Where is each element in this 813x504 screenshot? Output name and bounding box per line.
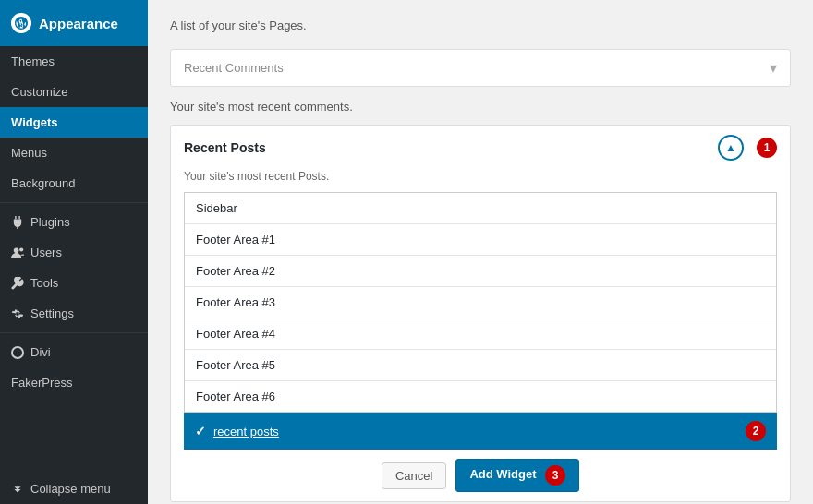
divi-icon	[11, 346, 24, 359]
plug-icon	[11, 216, 24, 229]
list-item-footer6[interactable]: Footer Area #6	[185, 381, 776, 412]
recent-posts-description: Your site's most recent Posts.	[171, 170, 790, 192]
area-dropdown-list: Sidebar Footer Area #1 Footer Area #2 Fo…	[184, 192, 777, 413]
pages-description: A list of your site's Pages.	[170, 18, 791, 32]
sidebar-item-users[interactable]: Users	[0, 237, 148, 268]
svg-rect-2	[17, 226, 18, 228]
themes-label: Themes	[11, 54, 55, 68]
menus-label: Menus	[11, 146, 47, 160]
list-item-footer5[interactable]: Footer Area #5	[185, 350, 776, 381]
fakerpress-label: FakerPress	[11, 376, 72, 390]
recent-posts-widget: Recent Posts ▲ 1 Your site's most recent…	[170, 125, 791, 502]
collapse-menu-button[interactable]: Collapse menu	[0, 474, 148, 504]
sidebar-item-customize[interactable]: Customize	[0, 77, 148, 107]
recent-comments-widget[interactable]: Recent Comments ▾	[170, 49, 791, 87]
divi-label: Divi	[30, 345, 51, 359]
recent-posts-title: Recent Posts	[184, 140, 266, 155]
customize-label: Customize	[11, 85, 67, 99]
background-label: Background	[11, 176, 75, 190]
users-icon	[11, 246, 24, 259]
divider-2	[0, 332, 148, 333]
users-label: Users	[30, 246, 62, 259]
recent-comments-label: Recent Comments	[184, 61, 284, 75]
widgets-label: Widgets	[11, 115, 57, 129]
recent-comments-desc: Your site's most recent comments.	[170, 100, 791, 114]
sidebar-item-plugins[interactable]: Plugins	[0, 207, 148, 237]
collapse-icon	[11, 483, 24, 496]
sidebar-item-fakerpress[interactable]: FakerPress	[0, 367, 148, 398]
svg-point-3	[14, 247, 19, 253]
recent-posts-toggle-button[interactable]: ▲	[718, 135, 744, 161]
sidebar-item-menus[interactable]: Menus	[0, 138, 148, 168]
recent-posts-header: Recent Posts ▲ 1	[171, 126, 790, 170]
svg-rect-0	[15, 216, 16, 220]
sidebar-title: Appearance	[39, 16, 118, 31]
chevron-down-icon: ▾	[770, 59, 777, 77]
wrench-icon	[11, 277, 24, 290]
selected-area-item[interactable]: ✓ recent posts 2	[184, 413, 777, 450]
divider-1	[0, 202, 148, 203]
cancel-button[interactable]: Cancel	[382, 462, 446, 489]
sidebar: Appearance Themes Customize Widgets Menu…	[0, 0, 148, 504]
checkmark-icon: ✓	[195, 424, 206, 438]
sidebar-item-settings[interactable]: Settings	[0, 298, 148, 329]
badge-3: 3	[545, 465, 565, 486]
add-widget-button[interactable]: Add Widget 3	[455, 459, 579, 492]
list-item-sidebar[interactable]: Sidebar	[185, 193, 776, 224]
list-item-footer4[interactable]: Footer Area #4	[185, 318, 776, 350]
collapse-label: Collapse menu	[30, 482, 111, 496]
wordpress-icon	[11, 13, 31, 33]
list-item-footer1[interactable]: Footer Area #1	[185, 224, 776, 256]
sidebar-item-background[interactable]: Background	[0, 168, 148, 198]
selected-area-link[interactable]: recent posts	[213, 425, 279, 438]
badge-2: 2	[746, 421, 766, 441]
badge-1: 1	[757, 138, 777, 158]
svg-rect-1	[18, 216, 19, 220]
settings-icon	[11, 307, 24, 320]
widget-actions-row: Cancel Add Widget 3	[171, 450, 790, 501]
settings-label: Settings	[30, 306, 74, 320]
tools-label: Tools	[30, 276, 58, 290]
sidebar-item-themes[interactable]: Themes	[0, 46, 148, 77]
sidebar-header[interactable]: Appearance	[0, 0, 148, 46]
plugins-label: Plugins	[30, 215, 70, 229]
sidebar-item-divi[interactable]: Divi	[0, 337, 148, 367]
sidebar-item-tools[interactable]: Tools	[0, 268, 148, 298]
list-item-footer2[interactable]: Footer Area #2	[185, 256, 776, 287]
svg-point-4	[19, 247, 23, 251]
sidebar-item-widgets[interactable]: Widgets	[0, 107, 148, 138]
main-content: A list of your site's Pages. Recent Comm…	[148, 0, 813, 504]
list-item-footer3[interactable]: Footer Area #3	[185, 287, 776, 318]
